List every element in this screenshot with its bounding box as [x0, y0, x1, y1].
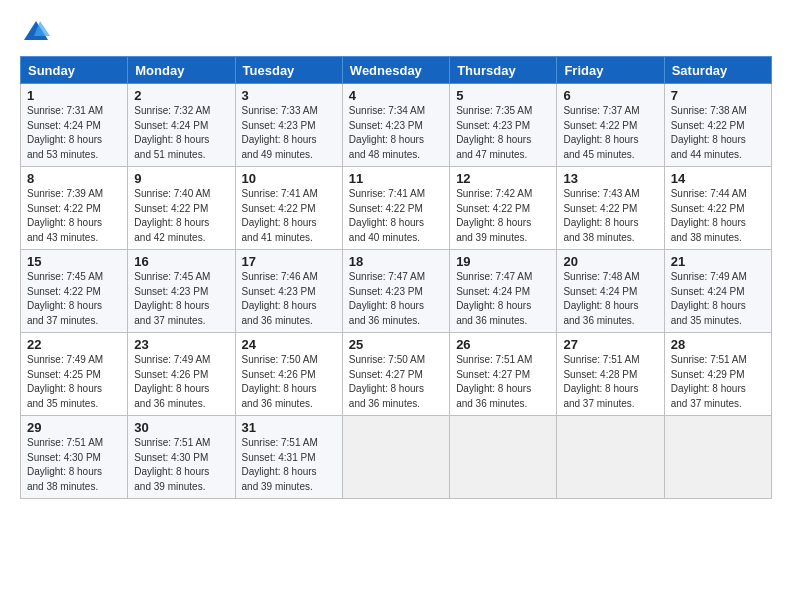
calendar-cell: 16Sunrise: 7:45 AMSunset: 4:23 PMDayligh…	[128, 250, 235, 333]
calendar-header-thursday: Thursday	[450, 57, 557, 84]
day-info: Sunrise: 7:41 AMSunset: 4:22 PMDaylight:…	[349, 187, 443, 245]
day-info: Sunrise: 7:31 AMSunset: 4:24 PMDaylight:…	[27, 104, 121, 162]
day-number: 23	[134, 337, 228, 352]
day-number: 1	[27, 88, 121, 103]
day-number: 6	[563, 88, 657, 103]
day-number: 27	[563, 337, 657, 352]
day-info: Sunrise: 7:33 AMSunset: 4:23 PMDaylight:…	[242, 104, 336, 162]
day-number: 30	[134, 420, 228, 435]
day-number: 26	[456, 337, 550, 352]
calendar-header-sunday: Sunday	[21, 57, 128, 84]
calendar-cell: 1Sunrise: 7:31 AMSunset: 4:24 PMDaylight…	[21, 84, 128, 167]
calendar-cell: 27Sunrise: 7:51 AMSunset: 4:28 PMDayligh…	[557, 333, 664, 416]
calendar-week-1: 1Sunrise: 7:31 AMSunset: 4:24 PMDaylight…	[21, 84, 772, 167]
calendar-table: SundayMondayTuesdayWednesdayThursdayFrid…	[20, 56, 772, 499]
calendar-cell	[557, 416, 664, 499]
day-info: Sunrise: 7:51 AMSunset: 4:28 PMDaylight:…	[563, 353, 657, 411]
calendar-cell: 25Sunrise: 7:50 AMSunset: 4:27 PMDayligh…	[342, 333, 449, 416]
calendar-header-saturday: Saturday	[664, 57, 771, 84]
day-info: Sunrise: 7:47 AMSunset: 4:24 PMDaylight:…	[456, 270, 550, 328]
calendar-cell: 30Sunrise: 7:51 AMSunset: 4:30 PMDayligh…	[128, 416, 235, 499]
day-info: Sunrise: 7:51 AMSunset: 4:29 PMDaylight:…	[671, 353, 765, 411]
calendar-cell: 10Sunrise: 7:41 AMSunset: 4:22 PMDayligh…	[235, 167, 342, 250]
day-info: Sunrise: 7:39 AMSunset: 4:22 PMDaylight:…	[27, 187, 121, 245]
day-info: Sunrise: 7:43 AMSunset: 4:22 PMDaylight:…	[563, 187, 657, 245]
calendar-cell: 14Sunrise: 7:44 AMSunset: 4:22 PMDayligh…	[664, 167, 771, 250]
calendar-header-wednesday: Wednesday	[342, 57, 449, 84]
calendar-cell: 8Sunrise: 7:39 AMSunset: 4:22 PMDaylight…	[21, 167, 128, 250]
calendar-cell: 12Sunrise: 7:42 AMSunset: 4:22 PMDayligh…	[450, 167, 557, 250]
day-number: 13	[563, 171, 657, 186]
calendar-header-friday: Friday	[557, 57, 664, 84]
calendar-cell: 20Sunrise: 7:48 AMSunset: 4:24 PMDayligh…	[557, 250, 664, 333]
day-info: Sunrise: 7:46 AMSunset: 4:23 PMDaylight:…	[242, 270, 336, 328]
day-number: 7	[671, 88, 765, 103]
day-info: Sunrise: 7:50 AMSunset: 4:27 PMDaylight:…	[349, 353, 443, 411]
calendar-cell	[450, 416, 557, 499]
day-info: Sunrise: 7:44 AMSunset: 4:22 PMDaylight:…	[671, 187, 765, 245]
calendar-week-5: 29Sunrise: 7:51 AMSunset: 4:30 PMDayligh…	[21, 416, 772, 499]
day-info: Sunrise: 7:37 AMSunset: 4:22 PMDaylight:…	[563, 104, 657, 162]
day-info: Sunrise: 7:49 AMSunset: 4:26 PMDaylight:…	[134, 353, 228, 411]
day-info: Sunrise: 7:49 AMSunset: 4:24 PMDaylight:…	[671, 270, 765, 328]
day-info: Sunrise: 7:51 AMSunset: 4:30 PMDaylight:…	[27, 436, 121, 494]
day-number: 8	[27, 171, 121, 186]
calendar-cell: 21Sunrise: 7:49 AMSunset: 4:24 PMDayligh…	[664, 250, 771, 333]
calendar-cell: 5Sunrise: 7:35 AMSunset: 4:23 PMDaylight…	[450, 84, 557, 167]
calendar-cell: 2Sunrise: 7:32 AMSunset: 4:24 PMDaylight…	[128, 84, 235, 167]
calendar-cell: 17Sunrise: 7:46 AMSunset: 4:23 PMDayligh…	[235, 250, 342, 333]
calendar-cell: 29Sunrise: 7:51 AMSunset: 4:30 PMDayligh…	[21, 416, 128, 499]
calendar-cell: 13Sunrise: 7:43 AMSunset: 4:22 PMDayligh…	[557, 167, 664, 250]
calendar-cell: 28Sunrise: 7:51 AMSunset: 4:29 PMDayligh…	[664, 333, 771, 416]
calendar-cell: 7Sunrise: 7:38 AMSunset: 4:22 PMDaylight…	[664, 84, 771, 167]
day-number: 29	[27, 420, 121, 435]
logo-icon	[22, 18, 50, 46]
day-number: 20	[563, 254, 657, 269]
calendar-cell: 24Sunrise: 7:50 AMSunset: 4:26 PMDayligh…	[235, 333, 342, 416]
day-number: 22	[27, 337, 121, 352]
calendar-week-2: 8Sunrise: 7:39 AMSunset: 4:22 PMDaylight…	[21, 167, 772, 250]
day-number: 15	[27, 254, 121, 269]
logo-text	[20, 18, 50, 46]
day-number: 21	[671, 254, 765, 269]
calendar-cell: 31Sunrise: 7:51 AMSunset: 4:31 PMDayligh…	[235, 416, 342, 499]
day-number: 17	[242, 254, 336, 269]
day-number: 24	[242, 337, 336, 352]
day-number: 28	[671, 337, 765, 352]
calendar-cell	[664, 416, 771, 499]
day-info: Sunrise: 7:35 AMSunset: 4:23 PMDaylight:…	[456, 104, 550, 162]
day-number: 25	[349, 337, 443, 352]
day-info: Sunrise: 7:49 AMSunset: 4:25 PMDaylight:…	[27, 353, 121, 411]
day-number: 31	[242, 420, 336, 435]
calendar-cell: 19Sunrise: 7:47 AMSunset: 4:24 PMDayligh…	[450, 250, 557, 333]
day-number: 14	[671, 171, 765, 186]
day-info: Sunrise: 7:47 AMSunset: 4:23 PMDaylight:…	[349, 270, 443, 328]
calendar-header-row: SundayMondayTuesdayWednesdayThursdayFrid…	[21, 57, 772, 84]
page: SundayMondayTuesdayWednesdayThursdayFrid…	[0, 0, 792, 612]
day-info: Sunrise: 7:41 AMSunset: 4:22 PMDaylight:…	[242, 187, 336, 245]
day-number: 16	[134, 254, 228, 269]
day-number: 18	[349, 254, 443, 269]
header	[20, 18, 772, 46]
calendar-cell: 22Sunrise: 7:49 AMSunset: 4:25 PMDayligh…	[21, 333, 128, 416]
calendar-week-4: 22Sunrise: 7:49 AMSunset: 4:25 PMDayligh…	[21, 333, 772, 416]
calendar-cell: 4Sunrise: 7:34 AMSunset: 4:23 PMDaylight…	[342, 84, 449, 167]
day-info: Sunrise: 7:32 AMSunset: 4:24 PMDaylight:…	[134, 104, 228, 162]
day-number: 11	[349, 171, 443, 186]
day-number: 9	[134, 171, 228, 186]
day-info: Sunrise: 7:51 AMSunset: 4:31 PMDaylight:…	[242, 436, 336, 494]
day-info: Sunrise: 7:50 AMSunset: 4:26 PMDaylight:…	[242, 353, 336, 411]
day-number: 10	[242, 171, 336, 186]
calendar-cell: 6Sunrise: 7:37 AMSunset: 4:22 PMDaylight…	[557, 84, 664, 167]
day-number: 2	[134, 88, 228, 103]
day-info: Sunrise: 7:42 AMSunset: 4:22 PMDaylight:…	[456, 187, 550, 245]
calendar-cell: 11Sunrise: 7:41 AMSunset: 4:22 PMDayligh…	[342, 167, 449, 250]
calendar-cell	[342, 416, 449, 499]
logo	[20, 18, 50, 46]
calendar-week-3: 15Sunrise: 7:45 AMSunset: 4:22 PMDayligh…	[21, 250, 772, 333]
calendar-cell: 23Sunrise: 7:49 AMSunset: 4:26 PMDayligh…	[128, 333, 235, 416]
day-info: Sunrise: 7:45 AMSunset: 4:22 PMDaylight:…	[27, 270, 121, 328]
day-info: Sunrise: 7:45 AMSunset: 4:23 PMDaylight:…	[134, 270, 228, 328]
calendar-cell: 3Sunrise: 7:33 AMSunset: 4:23 PMDaylight…	[235, 84, 342, 167]
day-info: Sunrise: 7:48 AMSunset: 4:24 PMDaylight:…	[563, 270, 657, 328]
